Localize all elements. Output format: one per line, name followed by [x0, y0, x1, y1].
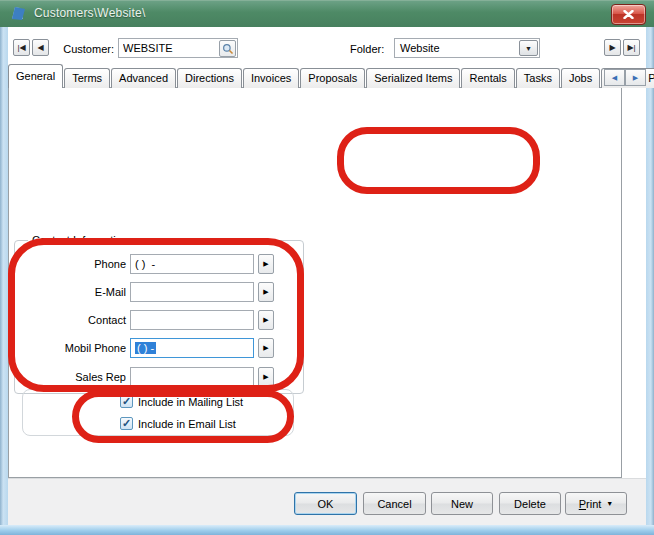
tab-directions[interactable]: Directions [177, 68, 242, 88]
contact-input[interactable] [130, 310, 254, 330]
nav-next-icon: ▶ [609, 43, 615, 52]
checkmark-icon: ✓ [122, 417, 131, 429]
cancel-button[interactable]: Cancel [363, 492, 426, 515]
cancel-button-label: Cancel [377, 498, 411, 510]
new-button-label: New [451, 498, 473, 510]
customer-lookup-button[interactable] [219, 40, 236, 57]
nav-previous-icon: ◀ [37, 43, 43, 52]
magnifier-icon [222, 43, 234, 55]
nav-last-icon: ▶| [627, 43, 635, 52]
mobile-phone-selected-text: ( ) - [135, 342, 156, 354]
nav-first-button[interactable]: |◀ [13, 39, 30, 56]
mobile-phone-label: Mobil Phone [40, 342, 126, 354]
window-border-bottom [0, 525, 654, 535]
ok-button[interactable]: OK [294, 492, 357, 515]
nav-previous-button[interactable]: ◀ [32, 39, 49, 56]
window-icon [10, 5, 27, 21]
tab-strip: General Terms Advanced Directions Invoic… [8, 64, 602, 88]
phone-more-icon: ▶ [263, 260, 268, 268]
window-border-left [0, 27, 8, 525]
phone-more-button[interactable]: ▶ [258, 254, 274, 274]
folder-dropdown-arrow-icon[interactable]: ▼ [519, 40, 538, 56]
contact-information-legend: Contact Information [28, 234, 132, 246]
tab-general[interactable]: General [8, 64, 63, 88]
tab-scroll-left-icon[interactable]: ◀ [604, 69, 625, 86]
new-button[interactable]: New [431, 492, 493, 515]
checkmark-icon: ✓ [122, 395, 131, 407]
folder-dropdown[interactable]: Website ▼ [394, 38, 540, 58]
nav-first-icon: |◀ [17, 43, 25, 52]
email-label: E-Mail [40, 286, 126, 298]
print-button-initial: P [579, 498, 586, 510]
tab-terms[interactable]: Terms [64, 68, 110, 88]
customer-window: Customers\Website\ |◀ ◀ Customer: Folder… [0, 0, 654, 535]
email-input[interactable] [130, 282, 254, 302]
print-button[interactable]: Print ▼ [565, 492, 627, 515]
mobile-phone-input[interactable]: ( ) - [130, 338, 254, 358]
tab-tasks[interactable]: Tasks [516, 68, 560, 88]
tab-proposals[interactable]: Proposals [300, 68, 365, 88]
title-bar: Customers\Website\ [0, 0, 654, 27]
tab-scroll-right-icon[interactable]: ▶ [625, 69, 646, 86]
email-more-icon: ▶ [263, 288, 268, 296]
delete-button[interactable]: Delete [499, 492, 561, 515]
nav-next-button[interactable]: ▶ [604, 39, 621, 56]
mobile-phone-more-button[interactable]: ▶ [258, 338, 274, 358]
window-border-right [646, 27, 654, 525]
folder-label: Folder: [350, 43, 384, 55]
contact-more-icon: ▶ [263, 316, 268, 324]
customer-label: Customer: [58, 43, 114, 55]
phone-input[interactable] [130, 254, 254, 274]
include-email-list-label: Include in Email List [138, 418, 236, 430]
contact-label: Contact [40, 314, 126, 326]
nav-last-button[interactable]: ▶| [623, 39, 640, 56]
mobile-phone-more-icon: ▶ [263, 344, 268, 352]
folder-value: Website [400, 42, 440, 54]
sales-rep-label: Sales Rep [40, 371, 126, 383]
tab-advanced[interactable]: Advanced [111, 68, 176, 88]
sales-rep-more-icon: ▶ [263, 373, 268, 381]
tab-scroll-buttons: ◀ ▶ [604, 69, 646, 86]
ok-button-label: OK [318, 498, 334, 510]
include-email-list-checkbox[interactable]: ✓ [120, 417, 133, 430]
contact-more-button[interactable]: ▶ [258, 310, 274, 330]
tab-jobs[interactable]: Jobs [561, 68, 600, 88]
sales-rep-more-button[interactable]: ▶ [258, 367, 274, 387]
tab-rentals[interactable]: Rentals [461, 68, 514, 88]
window-title: Customers\Website\ [34, 6, 145, 20]
close-icon [623, 10, 634, 19]
phone-label: Phone [40, 258, 126, 270]
include-mailing-list-label: Include in Mailing List [138, 396, 243, 408]
tab-serialized-items[interactable]: Serialized Items [366, 68, 460, 88]
print-button-label: rint [586, 498, 601, 510]
include-mailing-list-checkbox[interactable]: ✓ [120, 395, 133, 408]
email-more-button[interactable]: ▶ [258, 282, 274, 302]
tab-invoices[interactable]: Invoices [243, 68, 299, 88]
close-button[interactable] [611, 4, 646, 25]
delete-button-label: Delete [514, 498, 546, 510]
sales-rep-input[interactable] [130, 367, 254, 387]
print-dropdown-icon: ▼ [606, 500, 613, 507]
